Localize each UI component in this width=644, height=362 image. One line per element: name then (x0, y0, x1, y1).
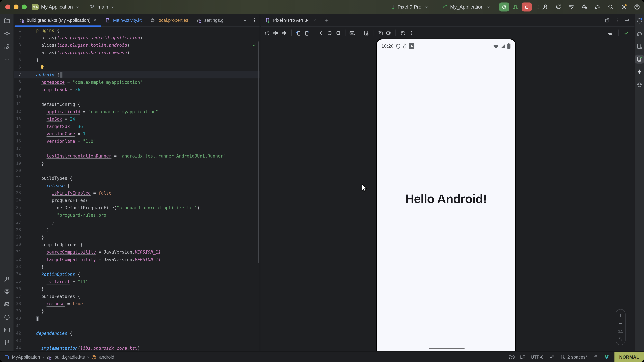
code-line[interactable]: 33 } (14, 263, 260, 271)
code-line[interactable]: 1plugins { (14, 27, 260, 34)
build-variants-icon[interactable] (568, 4, 574, 10)
app-insights-gem-icon[interactable] (4, 289, 10, 295)
code-line[interactable]: 38 compose = true (14, 300, 260, 307)
device-selector[interactable]: Pixel 9 Pro (398, 4, 422, 10)
home-icon[interactable] (326, 30, 333, 36)
build-icon[interactable] (542, 4, 548, 10)
vim-mode-badge[interactable]: NORMAL (614, 352, 644, 362)
code-line[interactable]: 40} (14, 315, 260, 322)
more-tool-windows-icon[interactable] (4, 57, 10, 63)
emulator-screen[interactable]: 10:20 A Hello Android! (377, 39, 515, 351)
code-line[interactable]: 27 ) (14, 219, 260, 226)
gemini-spark-icon[interactable] (636, 68, 643, 75)
zoom-in-icon[interactable] (618, 313, 623, 318)
keyboard-input-icon[interactable] (349, 30, 355, 36)
zoom-fit-icon[interactable] (618, 337, 623, 341)
more-run-actions-icon[interactable] (535, 4, 542, 10)
code-line[interactable]: 16 versionName = "1.0" (14, 137, 260, 145)
back-icon[interactable] (318, 30, 324, 36)
ai-assist-disabled-icon[interactable] (549, 354, 554, 360)
code-line[interactable]: 44 implementation(libs.androidx.core.ktx… (14, 345, 260, 352)
breadcrumb-file[interactable]: build.gradle.kts (54, 355, 85, 360)
editor-scrollbar[interactable] (258, 41, 259, 263)
code-line[interactable]: 7android { (14, 71, 260, 78)
breadcrumb-element[interactable]: android (99, 355, 114, 360)
code-line[interactable]: 29 } (14, 233, 260, 241)
rerun-button[interactable] (499, 2, 510, 11)
code-line[interactable]: 26 "proguard-rules.pro" (14, 211, 260, 219)
add-device-tab-icon[interactable] (324, 17, 329, 23)
code-line[interactable]: 42dependencies { (14, 330, 260, 337)
device-manager-icon[interactable] (636, 43, 643, 50)
build-tool-icon[interactable] (4, 276, 10, 282)
code-line[interactable]: 10 (14, 93, 260, 100)
branch-menu[interactable]: main (98, 4, 108, 10)
code-line[interactable]: 8 namespace = "com.example.myapplication… (14, 78, 260, 86)
code-line[interactable]: 6 (14, 64, 260, 71)
code-line[interactable]: 14 targetSdk = 36 (14, 123, 260, 130)
code-line[interactable]: 31 sourceCompatibility = JavaVersion.VER… (14, 248, 260, 256)
run-configuration-selector[interactable]: My_Application (450, 4, 484, 10)
code-line[interactable]: 19 } (14, 160, 260, 167)
volume-down-icon[interactable] (282, 30, 288, 36)
close-window-button[interactable] (5, 4, 10, 9)
device-settings-icon[interactable] (363, 30, 369, 36)
panel-options-icon[interactable] (614, 17, 620, 23)
gradle-tool-icon[interactable] (636, 30, 643, 37)
open-in-window-icon[interactable] (604, 17, 610, 23)
project-folder-icon[interactable] (4, 17, 10, 24)
file-encoding[interactable]: UTF-8 (531, 355, 544, 360)
tab-build-gradle[interactable]: build.gradle.kts (My Application) (15, 14, 101, 26)
code-line[interactable]: 22 release { (14, 182, 260, 189)
code-line[interactable]: 17 (14, 145, 260, 152)
code-line[interactable]: 2 alias(libs.plugins.android.application… (14, 34, 260, 41)
tab-mainactivity[interactable]: MainActivity.kt (101, 14, 146, 26)
notifications-bell-icon[interactable] (636, 17, 643, 24)
debug-icon[interactable] (512, 4, 519, 10)
zoom-1-1-button[interactable]: 1:1 (618, 330, 623, 333)
hide-panel-icon[interactable] (624, 17, 630, 23)
code-line[interactable]: 35 jvmTarget = "11" (14, 278, 260, 285)
code-line[interactable]: 25 getDefaultProguardFile("proguard-andr… (14, 204, 260, 211)
code-line[interactable]: 43 (14, 337, 260, 345)
sync-icon[interactable]: A (555, 4, 562, 10)
ui-check-icon[interactable] (607, 30, 613, 36)
zoom-out-icon[interactable] (618, 321, 623, 326)
attach-debugger-icon[interactable] (581, 4, 588, 10)
unlock-icon[interactable] (592, 354, 598, 360)
code-line[interactable]: 13 minSdk = 24 (14, 115, 260, 123)
gradle-sync-icon[interactable] (594, 4, 601, 10)
project-menu[interactable]: My Application (41, 4, 73, 10)
zoom-window-button[interactable] (22, 4, 27, 9)
code-line[interactable]: 36 } (14, 285, 260, 293)
close-icon[interactable] (93, 18, 97, 22)
code-line[interactable]: 20 (14, 167, 260, 174)
code-line[interactable]: 23 isMinifyEnabled = false (14, 189, 260, 197)
settings-gear-icon[interactable] (620, 4, 627, 10)
device-tab-label[interactable]: Pixel 9 Pro API 34 (273, 17, 310, 22)
gesture-navigation-bar[interactable] (429, 348, 464, 349)
tab-settings-gradle[interactable]: settings.g (192, 14, 228, 26)
rotate-left-icon[interactable] (295, 30, 302, 36)
volume-up-icon[interactable] (273, 30, 279, 36)
code-line[interactable]: 24 proguardFiles( (14, 197, 260, 204)
code-line[interactable]: 18 testInstrumentationRunner = "androidx… (14, 152, 260, 160)
code-line[interactable]: 4 alias(libs.plugins.kotlin.compose) (14, 49, 260, 56)
problems-icon[interactable] (4, 314, 10, 321)
search-icon[interactable] (608, 4, 614, 10)
indent-widget[interactable]: 2 spaces* (560, 354, 587, 360)
running-devices-button[interactable] (635, 55, 644, 64)
tab-local-properties[interactable]: local.properties (146, 14, 192, 26)
code-editor[interactable]: 1plugins {2 alias(libs.plugins.android.a… (14, 27, 260, 351)
inspections-ok-icon[interactable] (252, 42, 257, 47)
close-icon[interactable] (312, 18, 316, 22)
version-control-icon[interactable] (4, 339, 10, 346)
minimize-window-button[interactable] (14, 4, 18, 9)
code-line[interactable]: 39 } (14, 307, 260, 315)
terminal-icon[interactable] (4, 327, 10, 333)
caret-position[interactable]: 7:9 (508, 355, 515, 360)
code-line[interactable]: 9 compileSdk = 36 (14, 86, 260, 93)
editor-options-icon[interactable] (252, 17, 257, 23)
code-line[interactable]: 11 defaultConfig { (14, 100, 260, 108)
reset-icon[interactable] (400, 30, 406, 36)
